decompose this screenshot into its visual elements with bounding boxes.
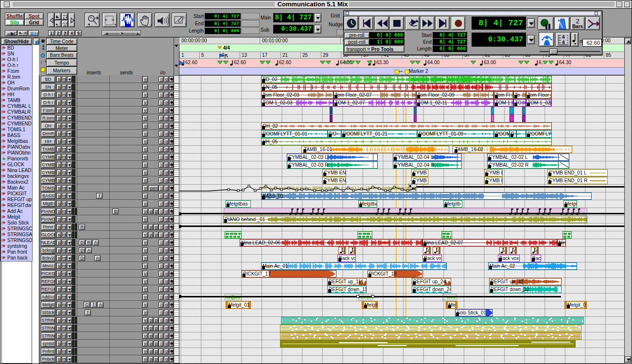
svg-text:4: 4: [562, 35, 565, 40]
svg-text:4: 4: [562, 40, 565, 45]
